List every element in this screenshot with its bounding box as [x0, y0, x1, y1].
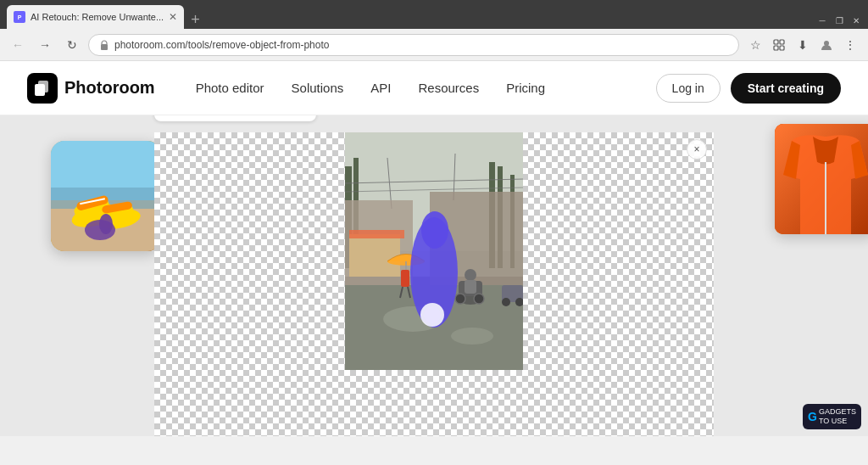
back-button[interactable]: ←	[7, 34, 29, 56]
watermark-line2: TO USE	[819, 417, 856, 426]
forward-button[interactable]: →	[34, 34, 56, 56]
browser-chrome: P AI Retouch: Remove Unwante... ✕ + ─ ❐ …	[0, 0, 868, 61]
jacket-image	[775, 124, 868, 234]
toolbar-actions: ☆ ⬇ ⋮	[744, 34, 861, 56]
watermark-line1: GADGETS	[819, 407, 856, 417]
new-tab-button[interactable]: +	[187, 11, 203, 29]
watermark-letter: G	[808, 410, 817, 423]
sneaker-card	[51, 141, 161, 251]
svg-point-21	[99, 214, 113, 234]
extensions-button[interactable]	[768, 34, 790, 56]
logo-link[interactable]: Photoroom	[27, 73, 155, 104]
close-window-button[interactable]: ✕	[851, 15, 861, 25]
website-container: Photoroom Photo editor Solutions API Res…	[0, 61, 868, 436]
street-photo	[345, 132, 523, 370]
site-navigation: Photoroom Photo editor Solutions API Res…	[0, 61, 868, 115]
nav-pricing[interactable]: Pricing	[506, 81, 545, 95]
watermark: G GADGETS TO USE	[803, 404, 861, 429]
jacket-card	[775, 124, 868, 234]
svg-rect-54	[345, 132, 523, 370]
sneaker-image	[51, 141, 161, 251]
profile-button[interactable]	[815, 34, 837, 56]
editor-area[interactable]: Brush Size	[154, 132, 714, 436]
tab-favicon: P	[14, 11, 25, 23]
download-button[interactable]: ⬇	[792, 34, 814, 56]
minimize-button[interactable]: ─	[817, 15, 827, 25]
restore-button[interactable]: ❐	[834, 15, 844, 25]
svg-rect-2	[101, 44, 108, 50]
reload-button[interactable]: ↻	[61, 34, 83, 56]
browser-toolbar: ← → ↻ photoroom.com/tools/remove-object-…	[0, 29, 868, 61]
tab-title: AI Retouch: Remove Unwante...	[31, 12, 164, 22]
svg-rect-3	[774, 40, 778, 44]
active-tab[interactable]: P AI Retouch: Remove Unwante... ✕	[7, 5, 184, 29]
svg-rect-9	[38, 81, 48, 92]
svg-rect-4	[780, 40, 784, 44]
svg-text:P: P	[18, 14, 22, 20]
address-bar[interactable]: photoroom.com/tools/remove-object-from-p…	[88, 34, 739, 56]
tab-bar: P AI Retouch: Remove Unwante... ✕ + ─ ❐ …	[0, 0, 868, 29]
nav-resources[interactable]: Resources	[418, 81, 479, 95]
lock-icon	[99, 40, 109, 50]
nav-api[interactable]: API	[370, 81, 391, 95]
tab-close-btn[interactable]: ✕	[169, 11, 177, 23]
close-button[interactable]: ×	[687, 139, 707, 160]
nav-photo-editor[interactable]: Photo editor	[196, 81, 264, 95]
nav-links: Photo editor Solutions API Resources Pri…	[196, 81, 656, 95]
bookmark-button[interactable]: ☆	[744, 34, 766, 56]
nav-solutions[interactable]: Solutions	[292, 81, 344, 95]
brush-size-label: Brush Size	[166, 115, 220, 116]
start-creating-button[interactable]: Start creating	[731, 73, 841, 104]
menu-button[interactable]: ⋮	[839, 34, 861, 56]
login-button[interactable]: Log in	[656, 74, 721, 103]
brush-size-control: Brush Size	[154, 115, 316, 121]
nav-actions: Log in Start creating	[656, 73, 841, 104]
url-text: photoroom.com/tools/remove-object-from-p…	[114, 39, 728, 51]
svg-rect-5	[774, 46, 778, 50]
logo-icon	[27, 73, 58, 104]
main-content: Brush Size	[0, 115, 868, 436]
logo-text: Photoroom	[64, 78, 155, 98]
svg-rect-6	[780, 46, 784, 50]
